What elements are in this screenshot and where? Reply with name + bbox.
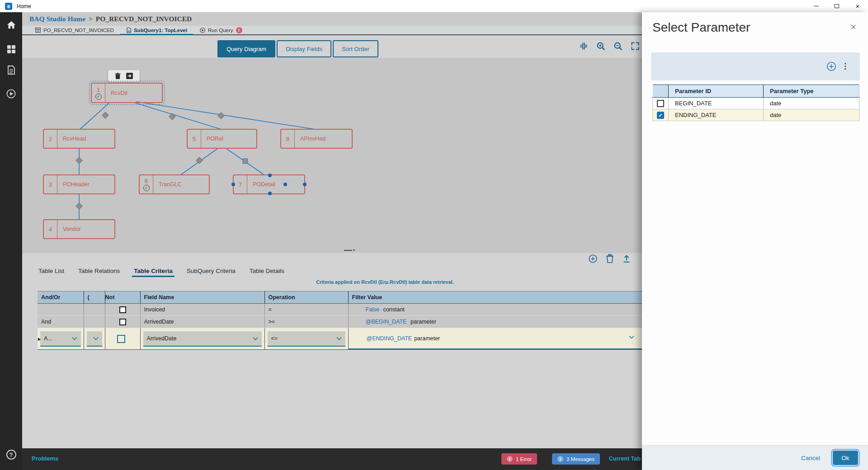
- node-label: RcvHead: [57, 130, 114, 148]
- zoom-in-icon: [596, 42, 606, 51]
- relation-handle[interactable]: [243, 159, 248, 164]
- tab-table-relations[interactable]: Table Relations: [77, 265, 121, 277]
- field-name-dropdown[interactable]: ArrivedDate: [143, 331, 262, 347]
- query-diagram-button[interactable]: Query Diagram: [217, 40, 275, 57]
- chevron-down-icon: [629, 335, 634, 339]
- row-checkbox-checked[interactable]: ✓: [657, 112, 664, 119]
- minimize-button[interactable]: [806, 0, 826, 12]
- sidebar-run-button[interactable]: [0, 85, 22, 103]
- overflow-menu-button[interactable]: ⋮: [841, 61, 849, 71]
- tab-subquery-criteria[interactable]: SubQuery Criteria: [186, 265, 236, 277]
- criteria-header-row: And/Or ( Not Field Name Operation Filter…: [38, 291, 734, 304]
- node-label: APInvHed: [295, 130, 352, 148]
- operation-cell: =: [264, 304, 348, 316]
- andor-dropdown[interactable]: A...: [40, 331, 81, 347]
- sidebar-home-button[interactable]: [0, 16, 22, 34]
- error-count-badge[interactable]: ! 1 Error: [501, 453, 537, 465]
- close-button[interactable]: ×: [847, 0, 868, 12]
- criteria-grid: And/Or ( Not Field Name Operation Filter…: [38, 291, 734, 350]
- splitter-arrow-icon: ▾: [353, 249, 355, 252]
- node-number: 3: [49, 181, 52, 188]
- node-label: PODetail: [247, 175, 304, 193]
- tab-table-criteria[interactable]: Table Criteria: [133, 265, 173, 277]
- andor-cell: And: [38, 316, 84, 328]
- move-up-button[interactable]: [622, 254, 631, 263]
- expand-button[interactable]: [630, 41, 640, 51]
- dialog-close-button[interactable]: ×: [850, 22, 856, 32]
- selection-handle[interactable]: [303, 183, 307, 186]
- parameter-table: Parameter ID Parameter Type BEGIN_DATE d…: [652, 85, 859, 121]
- diagram-node-rcvdtl[interactable]: 1 ✓ RcvDtl: [91, 83, 163, 103]
- sidebar-help-button[interactable]: ?: [0, 446, 22, 464]
- tab-subquery1-toplevel[interactable]: SubQuery1: TopLevel: [120, 26, 193, 34]
- add-parameter-button[interactable]: [826, 61, 836, 71]
- delete-node-icon[interactable]: [115, 73, 121, 80]
- criteria-edit-row[interactable]: ▶ A... ArrivedDate <=: [38, 328, 734, 350]
- diagram-node-tranglc[interactable]: 6 ✓ TranGLC: [139, 174, 210, 194]
- diagram-node-poheader[interactable]: 3 POHeader: [43, 174, 115, 194]
- home-icon: [6, 20, 16, 30]
- node-label: POHeader: [57, 175, 114, 193]
- exclamation-icon: !: [507, 456, 513, 462]
- not-checkbox[interactable]: [119, 319, 126, 325]
- operation-dropdown[interactable]: <=: [268, 331, 345, 347]
- sort-order-button[interactable]: Sort Order: [333, 40, 378, 57]
- selection-handle[interactable]: [268, 192, 272, 195]
- paren-dropdown[interactable]: [87, 331, 102, 347]
- sidebar-document-button[interactable]: [0, 61, 22, 79]
- add-row-button[interactable]: [588, 254, 598, 263]
- export-node-icon[interactable]: [126, 73, 133, 79]
- field-value: ArrivedDate: [147, 335, 177, 342]
- chevron-down-icon: [93, 337, 99, 340]
- breadcrumb-root-link[interactable]: BAQ Studio Home: [29, 15, 85, 23]
- filter-value[interactable]: @BEGIN_DATE: [366, 319, 407, 325]
- node-label: PORel: [201, 130, 256, 148]
- messages-count-badge[interactable]: i 3 Messages: [552, 453, 600, 465]
- maximize-icon: [835, 4, 839, 8]
- parameter-id[interactable]: BEGIN_DATE: [669, 98, 764, 109]
- ok-button[interactable]: Ok: [833, 451, 858, 465]
- display-fields-button[interactable]: Display Fields: [277, 40, 331, 57]
- tab-label: PO_RECVD_NOT_INVOICED: [43, 28, 114, 33]
- sidebar-apps-button[interactable]: [0, 40, 22, 58]
- problems-link[interactable]: Problems: [32, 455, 58, 462]
- tab-table-list[interactable]: Table List: [38, 265, 65, 277]
- fit-to-screen-button[interactable]: [579, 41, 589, 51]
- not-checkbox[interactable]: [117, 335, 125, 343]
- tab-po-recvd-not-invoiced[interactable]: PO_RECVD_NOT_INVOICED: [29, 26, 120, 34]
- parameter-id[interactable]: ENDING_DATE: [669, 109, 764, 121]
- tab-table-details[interactable]: Table Details: [249, 265, 285, 277]
- diagram-node-podetail[interactable]: 7 PODetail: [233, 174, 305, 194]
- selection-handle[interactable]: [231, 183, 235, 186]
- diagram-node-porel[interactable]: 5 PORel: [187, 129, 257, 149]
- diagram-node-rcvhead[interactable]: 2 RcvHead: [43, 129, 115, 149]
- cancel-button[interactable]: Cancel: [801, 455, 820, 461]
- filter-kind: parameter: [414, 335, 440, 342]
- zoom-out-button[interactable]: [613, 41, 623, 51]
- grid-icon: [35, 28, 41, 33]
- current-tab-link[interactable]: Current Tab O: [609, 456, 646, 462]
- tab-run-query[interactable]: Run Query !: [193, 26, 249, 34]
- check-circle-icon: ✓: [95, 94, 102, 100]
- selection-handle[interactable]: [268, 174, 272, 177]
- selection-handle[interactable]: [283, 183, 287, 186]
- criteria-row[interactable]: Invoiced = False constant: [38, 304, 734, 316]
- not-checkbox[interactable]: [119, 306, 126, 313]
- panel-splitter-handle[interactable]: ▾: [344, 249, 355, 252]
- filter-value[interactable]: False: [366, 306, 380, 313]
- maximize-button[interactable]: [826, 0, 847, 12]
- criteria-row[interactable]: And ArrivedDate >= @BEGIN_DATE parameter: [38, 316, 734, 328]
- node-label: RcvDtl: [105, 84, 162, 102]
- row-checkbox[interactable]: [657, 100, 664, 107]
- paren-cell: [84, 316, 105, 328]
- parameter-row-begin-date[interactable]: BEGIN_DATE date: [653, 98, 859, 109]
- diagram-node-apinvhed[interactable]: 8 APInvHed: [280, 129, 353, 149]
- node-number: 4: [49, 226, 52, 233]
- run-icon: [6, 89, 16, 99]
- tab-label: SubQuery1: TopLevel: [134, 28, 187, 33]
- zoom-in-button[interactable]: [596, 41, 606, 51]
- delete-row-button[interactable]: [606, 254, 614, 263]
- diagram-node-vendor[interactable]: 4 Vendor: [43, 219, 115, 239]
- parameter-type: date: [764, 98, 859, 109]
- parameter-row-ending-date[interactable]: ✓ ENDING_DATE date: [653, 109, 859, 121]
